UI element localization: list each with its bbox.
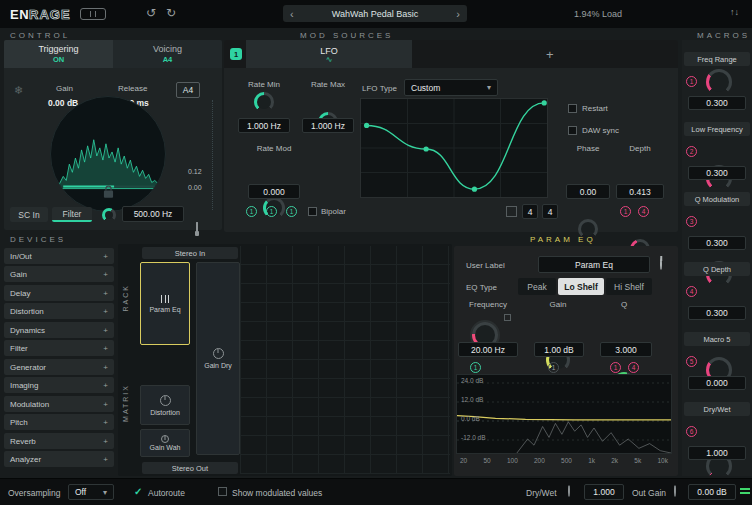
redo-icon[interactable]: ↻ xyxy=(166,6,176,20)
macro-value[interactable]: 0.000 xyxy=(688,376,746,390)
rate-mod-value[interactable]: 0.000 xyxy=(248,184,300,199)
lfo-type-dropdown[interactable]: Custom ▾ xyxy=(404,79,498,96)
stereo-out-node[interactable]: Stereo Out xyxy=(142,462,238,474)
device-item-imaging[interactable]: Imaging+ xyxy=(4,377,114,393)
device-item-distortion[interactable]: Distortion+ xyxy=(4,303,114,319)
grid-icon[interactable] xyxy=(506,206,517,217)
mod-slot-badge[interactable]: 1 xyxy=(246,206,257,217)
add-device-icon[interactable]: + xyxy=(103,289,108,298)
power-icon[interactable] xyxy=(660,258,662,270)
device-item-generator[interactable]: Generator+ xyxy=(4,359,114,375)
lfo-slot-badge[interactable]: 1 xyxy=(230,48,242,60)
rack-node-distortion[interactable]: Distortion xyxy=(140,385,190,425)
device-item-inout[interactable]: In/Out+ xyxy=(4,248,114,264)
device-item-pitch[interactable]: Pitch+ xyxy=(4,414,114,430)
rate-min-knob[interactable] xyxy=(254,92,274,112)
macro-value[interactable]: 0.300 xyxy=(688,236,746,250)
depth-value[interactable]: 0.413 xyxy=(616,184,664,199)
mod-slot-badge[interactable]: 1 xyxy=(266,206,277,217)
phase-value[interactable]: 0.00 xyxy=(566,184,610,199)
eq-mod-badge[interactable]: 1 xyxy=(470,362,481,373)
bipolar-checkbox[interactable] xyxy=(308,207,317,216)
preset-name[interactable]: WahWah Pedal Basic xyxy=(332,9,418,19)
add-device-icon[interactable]: + xyxy=(103,344,108,353)
add-device-icon[interactable]: + xyxy=(103,326,108,335)
macro-number[interactable]: 6 xyxy=(686,426,697,437)
macro-value[interactable]: 1.000 xyxy=(688,446,746,460)
undo-icon[interactable]: ↺ xyxy=(146,6,156,20)
device-item-dynamics[interactable]: Dynamics+ xyxy=(4,322,114,338)
eq-mod-badge[interactable]: 4 xyxy=(628,362,639,373)
macro-knob[interactable] xyxy=(706,69,732,95)
freeze-icon[interactable]: ❄ xyxy=(14,84,23,97)
oversampling-dropdown[interactable]: Off ▾ xyxy=(68,484,114,500)
phase-knob[interactable] xyxy=(578,219,598,239)
rate-max-value[interactable]: 1.000 Hz xyxy=(302,118,354,133)
autoroute-check-icon[interactable]: ✓ xyxy=(134,486,142,497)
sc-in-button[interactable]: SC In xyxy=(10,207,48,222)
add-device-icon[interactable]: + xyxy=(103,455,108,464)
rack-node-gain-dry[interactable]: Gain Dry xyxy=(196,262,240,455)
matrix-grid[interactable] xyxy=(240,246,450,474)
add-device-icon[interactable]: + xyxy=(103,437,108,446)
q-value[interactable]: 3.000 xyxy=(600,342,652,357)
filter-freq-value[interactable]: 500.00 Hz xyxy=(122,206,184,222)
note-button[interactable]: A4 xyxy=(176,82,200,98)
tab-triggering[interactable]: Triggering ON xyxy=(4,40,113,68)
add-device-icon[interactable]: + xyxy=(103,270,108,279)
device-item-gain[interactable]: Gain+ xyxy=(4,266,114,282)
macro-number[interactable]: 3 xyxy=(686,216,697,227)
add-mod-source-icon[interactable]: + xyxy=(546,47,554,62)
tab-lfo[interactable]: LFO ∿ xyxy=(246,40,412,68)
eq-graph[interactable]: 24.0 dB 12.0 dB 0.0 dB -12.0 dB xyxy=(456,374,672,454)
dry-wet-knob[interactable] xyxy=(568,485,570,497)
preset-bar[interactable]: ‹ WahWah Pedal Basic › xyxy=(283,5,467,22)
add-device-icon[interactable]: + xyxy=(103,363,108,372)
device-item-modulation[interactable]: Modulation+ xyxy=(4,396,114,412)
tab-voicing[interactable]: Voicing A4 xyxy=(113,40,222,68)
macro-value[interactable]: 0.300 xyxy=(688,166,746,180)
eq-mod-badge[interactable]: 1 xyxy=(548,362,559,373)
show-modulated-checkbox[interactable] xyxy=(218,487,227,496)
add-device-icon[interactable]: + xyxy=(103,400,108,409)
mod-range-icon[interactable] xyxy=(504,314,511,321)
macro-number[interactable]: 4 xyxy=(686,286,697,297)
out-gain-knob[interactable] xyxy=(674,485,676,497)
rack-node-param-eq[interactable]: Param Eq xyxy=(140,262,190,345)
rack-node-gain-wah[interactable]: Gain Wah xyxy=(140,429,190,457)
filter-freq-knob[interactable] xyxy=(102,208,116,222)
device-item-analyzer[interactable]: Analyzer+ xyxy=(4,451,114,467)
add-device-icon[interactable]: + xyxy=(103,381,108,390)
eq-type-lo-shelf-button[interactable]: Lo Shelf xyxy=(558,278,604,295)
macro-value[interactable]: 0.300 xyxy=(688,96,746,110)
stereo-in-node[interactable]: Stereo In xyxy=(142,247,238,259)
prev-preset-icon[interactable]: ‹ xyxy=(290,8,294,20)
depth-mod-badge[interactable]: 4 xyxy=(638,206,649,217)
device-item-reverb[interactable]: Reverb+ xyxy=(4,433,114,449)
add-device-icon[interactable]: + xyxy=(103,307,108,316)
frequency-value[interactable]: 20.00 Hz xyxy=(458,342,518,357)
add-device-icon[interactable]: + xyxy=(103,418,108,427)
lfo-curve-editor[interactable] xyxy=(360,98,548,198)
eq-gain-value[interactable]: 1.00 dB xyxy=(534,342,584,357)
next-preset-icon[interactable]: › xyxy=(456,8,460,20)
device-item-filter[interactable]: Filter+ xyxy=(4,340,114,356)
macro-number[interactable]: 1 xyxy=(686,76,697,87)
autoroute-label[interactable]: Autoroute xyxy=(148,488,185,498)
user-label-input[interactable]: Param Eq xyxy=(538,256,650,273)
grid-x-value[interactable]: 4 xyxy=(522,204,538,219)
device-item-delay[interactable]: Delay+ xyxy=(4,285,114,301)
add-device-icon[interactable]: + xyxy=(103,252,108,261)
rate-min-value[interactable]: 1.000 Hz xyxy=(238,118,290,133)
out-gain-value[interactable]: 0.00 dB xyxy=(688,484,736,500)
restart-checkbox[interactable] xyxy=(568,104,577,113)
eq-type-peak-button[interactable]: Peak xyxy=(518,278,556,295)
filter-button[interactable]: Filter xyxy=(52,207,92,222)
macro-value[interactable]: 0.300 xyxy=(688,306,746,320)
mod-slot-badge[interactable]: 1 xyxy=(286,206,297,217)
depth-mod-badge[interactable]: 1 xyxy=(620,206,631,217)
headphones-icon[interactable] xyxy=(196,222,198,233)
show-modulated-label[interactable]: Show modulated values xyxy=(232,488,322,498)
eq-type-hi-shelf-button[interactable]: Hi Shelf xyxy=(606,278,652,295)
dry-wet-value[interactable]: 1.000 xyxy=(584,484,624,500)
